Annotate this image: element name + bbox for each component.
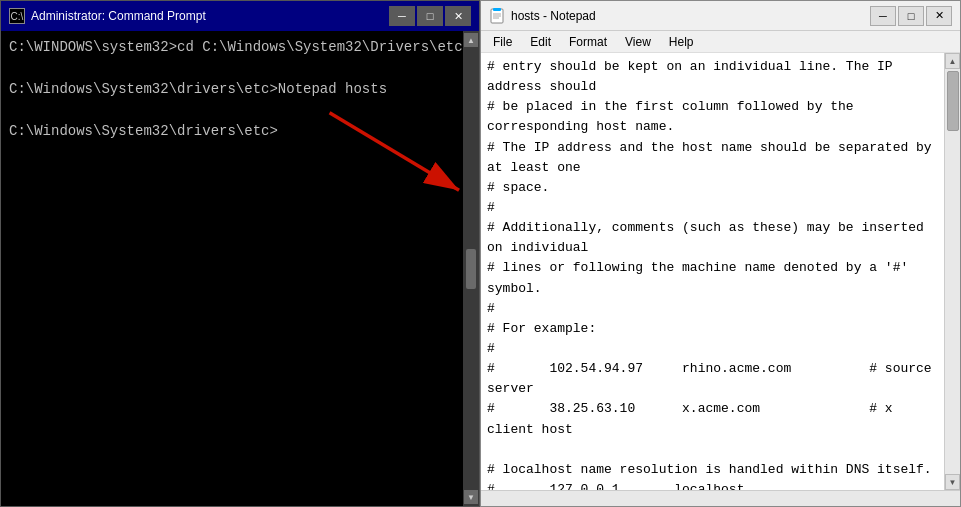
np-line-3: # be placed in the first column followed… (487, 97, 938, 117)
np-line-17: server (487, 379, 938, 399)
notepad-scroll-down[interactable]: ▼ (945, 474, 960, 490)
notepad-content-area: # entry should be kept on an individual … (481, 53, 960, 490)
np-line-4: corresponding host name. (487, 117, 938, 137)
cmd-icon: C:\ (9, 8, 25, 24)
np-line-22: # 127.0.0.1 localhost (487, 480, 938, 490)
cmd-window-controls: ─ □ ✕ (389, 6, 471, 26)
menu-help[interactable]: Help (661, 33, 702, 51)
notepad-icon (489, 8, 505, 24)
np-line-20 (487, 440, 938, 460)
cmd-line-4 (9, 100, 455, 121)
cmd-window: C:\ Administrator: Command Prompt ─ □ ✕ … (0, 0, 480, 507)
cmd-scrollbar[interactable]: ▲ ▼ (463, 31, 479, 506)
notepad-title: hosts - Notepad (511, 9, 864, 23)
np-line-8: # (487, 198, 938, 218)
np-line-13: # (487, 299, 938, 319)
cmd-scroll-thumb[interactable] (466, 249, 476, 289)
np-line-12: symbol. (487, 279, 938, 299)
notepad-scroll-up[interactable]: ▲ (945, 53, 960, 69)
notepad-scroll-thumb[interactable] (947, 71, 959, 131)
cmd-scroll-up[interactable]: ▲ (464, 33, 478, 47)
cmd-close-button[interactable]: ✕ (445, 6, 471, 26)
np-line-5: # The IP address and the host name shoul… (487, 138, 938, 158)
np-line-15: # (487, 339, 938, 359)
cmd-line-2 (9, 58, 455, 79)
notepad-menubar: File Edit Format View Help (481, 31, 960, 53)
np-line-6: at least one (487, 158, 938, 178)
menu-format[interactable]: Format (561, 33, 615, 51)
np-line-16: # 102.54.94.97 rhino.acme.com # source (487, 359, 938, 379)
np-line-21: # localhost name resolution is handled w… (487, 460, 938, 480)
svg-rect-3 (493, 8, 501, 11)
menu-file[interactable]: File (485, 33, 520, 51)
cmd-titlebar: C:\ Administrator: Command Prompt ─ □ ✕ (1, 1, 479, 31)
notepad-scrollbar-h[interactable] (481, 490, 960, 506)
notepad-scrollbar-v[interactable]: ▲ ▼ (944, 53, 960, 490)
cmd-scroll-down[interactable]: ▼ (464, 490, 478, 504)
np-line-14: # For example: (487, 319, 938, 339)
np-line-18: # 38.25.63.10 x.acme.com # x (487, 399, 938, 419)
notepad-window-controls: ─ □ ✕ (870, 6, 952, 26)
cmd-minimize-button[interactable]: ─ (389, 6, 415, 26)
notepad-text[interactable]: # entry should be kept on an individual … (481, 53, 944, 490)
notepad-scroll-track (945, 69, 960, 474)
np-line-9: # Additionally, comments (such as these)… (487, 218, 938, 238)
notepad-window: hosts - Notepad ─ □ ✕ File Edit Format V… (480, 0, 961, 507)
np-line-11: # lines or following the machine name de… (487, 258, 938, 278)
np-line-1: # entry should be kept on an individual … (487, 57, 938, 77)
cmd-line-3: C:\Windows\System32\drivers\etc>Notepad … (9, 79, 455, 100)
notepad-titlebar: hosts - Notepad ─ □ ✕ (481, 1, 960, 31)
menu-view[interactable]: View (617, 33, 659, 51)
notepad-close-button[interactable]: ✕ (926, 6, 952, 26)
notepad-minimize-button[interactable]: ─ (870, 6, 896, 26)
cmd-maximize-button[interactable]: □ (417, 6, 443, 26)
cmd-title: Administrator: Command Prompt (31, 9, 383, 23)
np-line-2: address should (487, 77, 938, 97)
np-line-10: on individual (487, 238, 938, 258)
cmd-body: C:\WINDOWS\system32>cd C:\Windows\System… (1, 31, 463, 506)
cmd-line-5: C:\Windows\System32\drivers\etc> (9, 121, 455, 142)
menu-edit[interactable]: Edit (522, 33, 559, 51)
notepad-maximize-button[interactable]: □ (898, 6, 924, 26)
cmd-line-1: C:\WINDOWS\system32>cd C:\Windows\System… (9, 37, 455, 58)
np-line-19: client host (487, 420, 938, 440)
np-line-7: # space. (487, 178, 938, 198)
